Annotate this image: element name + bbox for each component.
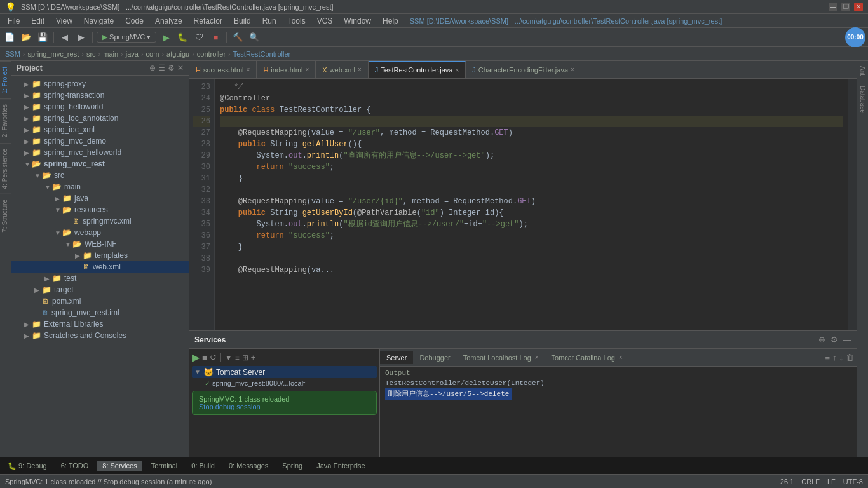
tab-close-webxml[interactable]: × (358, 66, 362, 73)
tree-item-test[interactable]: ▶ 📁 test (11, 273, 189, 284)
output-clear-icon[interactable]: 🗑 (846, 353, 854, 362)
vtab-ant[interactable]: Ant (858, 61, 867, 81)
nav-java-enterprise[interactable]: Java Enterprise (311, 461, 370, 471)
maximize-button[interactable]: ❐ (841, 3, 850, 11)
vtab-structure[interactable]: 7: Structure (0, 194, 11, 238)
sidebar-settings-icon[interactable]: ⚙ (168, 64, 175, 72)
tree-item-spring-proxy[interactable]: ▶ 📁 spring-proxy (11, 78, 189, 90)
services-restart-icon[interactable]: ↺ (210, 353, 217, 362)
nav-spring[interactable]: Spring (277, 461, 308, 471)
nav-todo[interactable]: 6: TODO (56, 461, 94, 471)
menu-analyze[interactable]: Analyze (150, 15, 187, 27)
run-button[interactable]: ▶ (159, 30, 173, 44)
tab-close-index[interactable]: × (305, 66, 309, 73)
nav-services[interactable]: 8: Services (97, 461, 142, 471)
tab-characterencoding[interactable]: J CharacterEncodingFilter.java × (466, 61, 581, 79)
menu-code[interactable]: Code (120, 15, 149, 27)
menu-edit[interactable]: Edit (26, 15, 50, 27)
tree-item-spring-transaction[interactable]: ▶ 📁 spring-transaction (11, 90, 189, 101)
menu-refactor[interactable]: Refactor (189, 15, 227, 27)
services-group-icon[interactable]: ≡ (235, 353, 240, 362)
services-settings-icon[interactable]: ⚙ (831, 335, 838, 344)
tree-item-src[interactable]: ▼ 📂 src (11, 170, 189, 181)
nav-debug[interactable]: 🐛 9: Debug (3, 461, 52, 471)
toolbar-build[interactable]: 🔨 (231, 30, 245, 44)
bc-spring[interactable]: spring_mvc_rest (28, 50, 79, 58)
tree-item-spring-mvc-helloworld[interactable]: ▶ 📁 spring_mvc_helloworld (11, 147, 189, 158)
bc-controller[interactable]: controller (197, 50, 226, 58)
tree-item-spring-ioc-annotation[interactable]: ▶ 📁 spring_ioc_annotation (11, 112, 189, 124)
services-minimize-icon[interactable]: — (843, 335, 851, 344)
tomcat-localhost-close[interactable]: × (535, 354, 539, 361)
bc-file[interactable]: TestRestController (233, 50, 290, 58)
tree-item-resources[interactable]: ▼ 📂 resources (11, 204, 189, 215)
menu-tools[interactable]: Tools (283, 15, 311, 27)
toolbar-search[interactable]: 🔍 (247, 30, 261, 44)
output-wrap-icon[interactable]: ≡ (825, 353, 830, 362)
run-config-selector[interactable]: ▶ SpringMVC ▾ (97, 32, 156, 43)
code-content[interactable]: */ @Controller public class TestRestCont… (215, 79, 848, 330)
tree-item-webapp[interactable]: ▼ 📂 webapp (11, 227, 189, 238)
bc-atguigu[interactable]: atguigu (166, 50, 189, 58)
services-plus-icon[interactable]: + (251, 353, 255, 362)
menu-window[interactable]: Window (339, 15, 376, 27)
tab-close-success[interactable]: × (247, 66, 250, 73)
nav-terminal[interactable]: Terminal (146, 461, 183, 471)
tree-item-spring-mvc-rest[interactable]: ▼ 📂 spring_mvc_rest (11, 158, 189, 170)
tree-item-java[interactable]: ▶ 📁 java (11, 193, 189, 204)
tree-item-scratches[interactable]: ▶ 📁 Scratches and Consoles (11, 330, 189, 341)
tree-item-web-xml[interactable]: 🗎 web.xml (11, 261, 189, 273)
tab-testrestcontroller[interactable]: J TestRestController.java × (369, 61, 466, 79)
bc-java[interactable]: java (126, 50, 139, 58)
nav-build[interactable]: 0: Build (186, 461, 220, 471)
output-tab-tomcat-catalina[interactable]: Tomcat Catalina Log× (545, 351, 629, 364)
minimize-button[interactable]: — (829, 3, 837, 11)
output-tab-tomcat-localhost[interactable]: Tomcat Localhost Log× (457, 351, 545, 364)
services-stop-icon[interactable]: ■ (202, 353, 207, 362)
output-tab-server[interactable]: Server (380, 351, 413, 364)
services-add-icon[interactable]: ⊕ (818, 335, 825, 344)
tree-item-spring-helloworld[interactable]: ▶ 📁 spring_helloworld (11, 101, 189, 112)
sidebar-toggle-icon[interactable]: ☰ (158, 64, 165, 72)
toolbar-save[interactable]: 💾 (36, 30, 50, 44)
nav-messages[interactable]: 0: Messages (224, 461, 273, 471)
tree-item-pom-xml[interactable]: 🗎 pom.xml (11, 295, 189, 307)
services-run-icon[interactable]: ▶ (192, 351, 200, 363)
menu-help[interactable]: Help (377, 15, 403, 27)
tree-item-iml[interactable]: 🗎 spring_mvc_rest.iml (11, 307, 189, 318)
close-button[interactable]: ✕ (854, 3, 863, 11)
bc-ssm[interactable]: SSM (5, 50, 20, 58)
output-down-icon[interactable]: ↓ (839, 353, 844, 362)
tab-close-charenc[interactable]: × (571, 66, 574, 73)
vtab-persistence[interactable]: 4: Persistence (0, 143, 11, 194)
tree-item-target[interactable]: ▶ 📁 target (11, 284, 189, 295)
menu-build[interactable]: Build (229, 15, 256, 27)
menu-vcs[interactable]: VCS (312, 15, 338, 27)
tree-item-ext-lib[interactable]: ▶ 📁 External Libraries (11, 318, 189, 330)
services-filter-icon[interactable]: ▼ (225, 353, 233, 362)
tree-item-springmvc-xml[interactable]: 🗎 springmvc.xml (11, 215, 189, 227)
tab-success-html[interactable]: H success.html × (189, 61, 257, 79)
bc-com[interactable]: com (146, 50, 159, 58)
stop-button[interactable]: ■ (208, 30, 222, 44)
menu-run[interactable]: Run (257, 15, 281, 27)
popup-action[interactable]: Stop debug session (199, 403, 370, 410)
toolbar-new[interactable]: 📄 (3, 30, 17, 44)
sidebar-close-icon[interactable]: ✕ (177, 64, 184, 72)
tree-item-spring-mvc-demo[interactable]: ▶ 📁 spring_mvc_demo (11, 135, 189, 147)
sidebar-add-icon[interactable]: ⊕ (149, 64, 156, 72)
tomcat-server-item[interactable]: ▼ 🐱 Tomcat Server (192, 366, 377, 378)
services-columns-icon[interactable]: ⊞ (242, 353, 248, 362)
menu-file[interactable]: File (3, 15, 25, 27)
tomcat-detail-item[interactable]: ✓ spring_mvc_rest:8080/...localf (192, 378, 377, 388)
tree-item-webinf[interactable]: ▼ 📂 WEB-INF (11, 238, 189, 250)
output-up-icon[interactable]: ↑ (832, 353, 837, 362)
menu-view[interactable]: View (51, 15, 78, 27)
tomcat-catalina-close[interactable]: × (619, 354, 623, 361)
vtab-database[interactable]: Database (858, 81, 867, 118)
menu-navigate[interactable]: Navigate (79, 15, 119, 27)
tree-item-templates[interactable]: ▶ 📁 templates (11, 250, 189, 261)
vtab-project[interactable]: 1: Project (0, 61, 11, 98)
toolbar-open[interactable]: 📂 (19, 30, 33, 44)
bc-src[interactable]: src (86, 50, 96, 58)
